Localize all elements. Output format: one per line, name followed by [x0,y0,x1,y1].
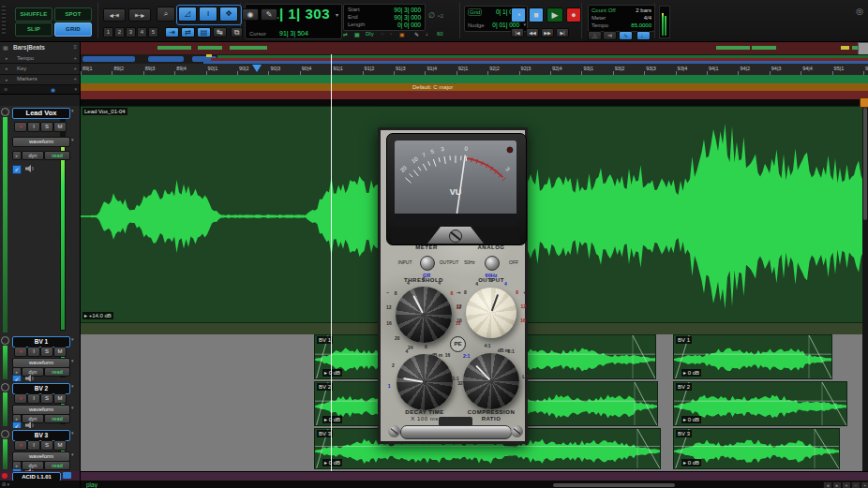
mute-button[interactable]: M [53,440,67,451]
track-header-bv-1[interactable]: BV 1▾●ISMwaveform▾▸dynread✓ [0,334,80,382]
zoom-preset-2[interactable]: 2 [114,27,125,37]
ruler-end-handle[interactable] [860,97,868,108]
solo-button[interactable]: S [40,393,53,404]
track-options-icon[interactable]: ▾ [71,108,74,113]
tab-to-transient-button[interactable]: ⇥ [165,27,179,37]
record-enable-button[interactable]: ● [14,347,27,357]
track-name[interactable]: ACID L1.01 [12,472,61,481]
record-enable-button[interactable]: ● [14,440,27,451]
clip-gain-label[interactable]: ▸ 0 dB [681,369,701,377]
freeze-button[interactable] [63,472,71,479]
edit-zoom-button[interactable]: ▸ [832,481,842,488]
compressor-plugin-window[interactable]: 201075303 VU METERINPUTOUTPUTGRANALOG50H… [378,127,528,444]
solo-button[interactable]: S [40,122,53,132]
input-monitor-button[interactable]: I [27,440,40,451]
ruler-options-icon[interactable]: ≡ [73,44,77,50]
sidebar-drop-icon[interactable]: ▾ [74,86,77,92]
countoff-row-value[interactable]: 2 bars [636,7,651,13]
countoff-panel[interactable]: Count Off2 barsMeter4/4Tempo85.0000 [588,5,655,32]
zoom-preset-5[interactable]: 5 [148,27,158,37]
status-dot-icon[interactable]: ○ [381,31,384,37]
ruler-lane-row-tempo[interactable]: ▸Tempo+ [0,53,80,64]
clip-gain-label[interactable]: ▸ 0 dB [322,459,342,466]
zoom-preset-1[interactable]: 1 [103,27,113,37]
knob-output[interactable] [466,288,516,338]
audio-clip-bv-1[interactable]: BV 1▸ 0 dB [673,334,832,379]
countoff-row-label[interactable]: Count Off [591,7,616,13]
vertical-scrollbar[interactable] [862,106,868,471]
vscroll-thumb[interactable] [863,108,867,220]
automation-mode-selector[interactable]: read [44,461,70,470]
track-header-bv-2[interactable]: BV 2▾●ISMwaveform▾▸dynread✓ [0,381,80,429]
automation-collapse-icon[interactable]: ▸ [12,151,22,160]
audio-clip-bv-2[interactable]: BV 2▸ 0 dB [673,381,847,426]
track-expand-icon[interactable] [1,430,9,438]
to-end-button[interactable]: ▶| [556,28,569,37]
solo-button[interactable]: S [40,347,53,357]
track-name[interactable]: Lead Vox [12,108,70,119]
footer-icons[interactable]: ⊞ ▾ [2,481,9,487]
preroll-value[interactable]: 60 [437,31,443,37]
universe-overview[interactable] [80,42,868,55]
track-options-icon[interactable]: ▾ [71,336,74,342]
zoom-in-horizontal-button[interactable]: ⇤▸ [128,8,151,22]
counter-dropdown-icon[interactable]: ▾ [336,11,338,18]
status-square-icon[interactable]: ▫ [390,31,392,37]
add-event-icon[interactable]: + [73,76,77,81]
countoff-row-value[interactable]: 4/4 [644,15,651,21]
toolbar-drag-handle[interactable] [2,6,6,36]
memory-location-bar[interactable] [82,56,135,62]
add-event-icon[interactable]: + [73,55,77,61]
add-event-icon[interactable]: + [73,66,77,71]
selection-length-value[interactable]: 0| 0| 000 [397,22,421,28]
zoom-out-horizontal-button[interactable]: ◂⇥ [103,8,126,22]
countoff-row-value[interactable]: 85.0000 [631,22,651,28]
sidebar-link-icon[interactable]: ◉ [51,86,55,93]
input-monitor-button[interactable]: I [27,347,40,357]
mode-button-spot[interactable]: SPOT [54,7,92,22]
clip-gain-label[interactable]: ▸ 0 dB [681,416,701,423]
memory-location-bar[interactable] [148,56,184,62]
insertion-follows-playback-button[interactable]: ↹ [213,27,227,37]
track-header-lead-vox[interactable]: Lead Vox▾●ISMwaveform▾▸dynread✓ [0,106,80,335]
mode-button-slip[interactable]: SLIP [15,22,52,37]
scrubber-tool-button[interactable]: ◉ [242,8,259,21]
view-drop-icon[interactable]: ▾ [71,405,74,410]
track-expand-icon[interactable] [1,383,9,392]
edit-zoom-button[interactable]: + [842,481,851,488]
track-expand-icon[interactable] [1,108,9,116]
edit-zoom-button[interactable]: − [851,481,861,488]
delay-compensation-label[interactable]: Dly [366,31,374,37]
toggle-switch-meter[interactable] [420,256,435,271]
mode-button-grid[interactable]: GRID [54,22,92,37]
grid-display-icon[interactable]: ▦ [354,31,360,37]
mute-button[interactable]: M [53,347,67,357]
auto-pencil-icon[interactable]: ✎ [414,31,419,37]
toggle-switch-analog[interactable] [485,256,500,271]
automation-mode-selector[interactable]: read [44,367,70,377]
view-drop-icon[interactable]: ▾ [71,358,74,363]
timebase-checkbox[interactable]: ✓ [12,165,22,174]
#202020[interactable]: ◔ [511,7,526,22]
zoom-preset-3[interactable]: 3 [126,27,136,37]
ruler-lane-row-markers[interactable]: ▸Markers+ [0,75,80,85]
zoomer-tool-button[interactable]: ⌕ [157,7,175,22]
clip-gain-label[interactable]: ▸ 0 dB [322,416,342,423]
selection-panel[interactable]: Start90| 3| 000End90| 3| 000Length0| 0| … [343,4,426,31]
forward-button[interactable]: ▶▶ [541,28,554,37]
countoff-row-label[interactable]: Tempo [591,22,608,28]
ruler-view-icon[interactable]: ▦ [3,44,8,51]
knob-compression-ratio[interactable] [463,353,519,409]
#202020[interactable]: ■ [529,7,544,22]
selection-end-value[interactable]: 90| 3| 000 [394,14,421,21]
#202020[interactable]: ● [566,7,581,22]
transport-link-icon[interactable]: ⇄ [343,31,348,37]
automation-type-selector[interactable]: dyn [22,151,44,160]
selection-start-value[interactable]: 90| 3| 000 [394,7,421,13]
track-expand-icon[interactable] [1,336,9,345]
record-enabled-icon[interactable] [2,473,7,479]
input-monitor-button[interactable]: I [27,393,40,404]
rewind-button[interactable]: ◀◀ [526,28,539,37]
sidebar-filter-icon[interactable]: ≋ [4,86,7,92]
link-track-edit-button[interactable]: ▤ [197,27,211,37]
